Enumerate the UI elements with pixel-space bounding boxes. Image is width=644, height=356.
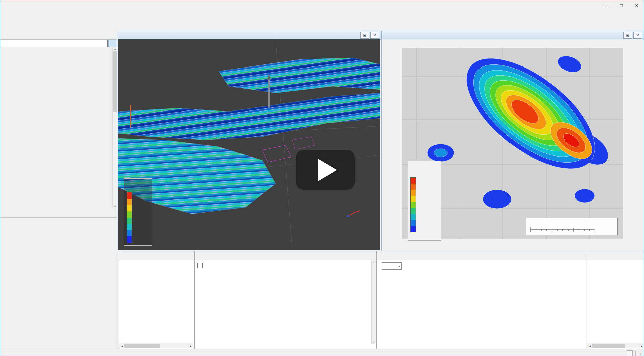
- contour-window-icon: [384, 33, 389, 38]
- menu-file[interactable]: [0, 14, 7, 15]
- fvf-chart: [378, 278, 479, 328]
- menu-view[interactable]: [14, 14, 20, 15]
- tree-search-row: [0, 39, 117, 47]
- view3d-close-button[interactable]: ✕: [370, 32, 379, 39]
- titlebar: — □ ✕: [0, 0, 644, 10]
- result-legend-3d: [124, 178, 152, 246]
- tree-search-input[interactable]: [1, 40, 108, 47]
- contour-map-viewport[interactable]: [382, 39, 643, 250]
- pvt-plot-panel: ▾: [377, 251, 586, 349]
- resize-grip[interactable]: ⋮⋮: [639, 351, 644, 355]
- relperm-chart: [205, 273, 305, 324]
- app-logo-icon: [3, 2, 9, 8]
- toolbar: [0, 18, 644, 30]
- search-clear-button[interactable]: [108, 40, 116, 47]
- view3d-titlebar[interactable]: ▣ ✕: [118, 31, 381, 40]
- statusbar: ⋮⋮: [0, 350, 644, 356]
- menu-windows[interactable]: [20, 14, 27, 15]
- left-tabbar: [0, 30, 117, 40]
- phase-select[interactable]: ▾: [382, 262, 402, 270]
- minimize-button[interactable]: —: [598, 0, 613, 10]
- map-scale-bar: [526, 218, 618, 235]
- contour-restore-button[interactable]: ▣: [623, 32, 632, 39]
- result-info-text: [121, 262, 192, 337]
- video-play-overlay[interactable]: [296, 150, 355, 190]
- view3d-restore-button[interactable]: ▣: [360, 32, 369, 39]
- view3d-window-icon: [120, 33, 125, 38]
- memory-used: [627, 350, 633, 356]
- legend-colorbar: [127, 192, 132, 243]
- project-tree: [0, 47, 112, 208]
- view3d-viewport[interactable]: [118, 39, 380, 250]
- messages-panel: ◂▸: [587, 251, 644, 349]
- tree-scrollbar[interactable]: ▴▾: [112, 47, 117, 208]
- contour-legend-colorbar: [410, 177, 416, 232]
- viscosity-chart: [482, 278, 583, 328]
- result-info-hscrollbar[interactable]: ◂▸: [119, 343, 193, 348]
- reservoir-3d-scene: [118, 39, 380, 250]
- play-icon: [318, 159, 337, 181]
- view3d-window: ▣ ✕: [118, 31, 381, 251]
- close-button[interactable]: ✕: [629, 0, 644, 10]
- phase-selector-row: ▾: [380, 262, 402, 270]
- result-info-panel: ◂▸: [119, 251, 194, 349]
- contour-titlebar[interactable]: ▣ ✕: [382, 31, 644, 40]
- show-curve-selection[interactable]: [197, 263, 204, 268]
- maximize-button[interactable]: □: [613, 0, 629, 10]
- messages-hscrollbar[interactable]: ◂▸: [587, 343, 644, 348]
- menu-edit[interactable]: [7, 14, 14, 15]
- contour-close-button[interactable]: ✕: [633, 32, 642, 39]
- menubar: [0, 10, 644, 18]
- relperm-vscrollbar[interactable]: ▴▾: [371, 260, 376, 344]
- property-editor-tabbar: [0, 208, 117, 218]
- contour-map-window: ▣ ✕: [381, 31, 644, 251]
- show-curve-selection-checkbox: [197, 263, 203, 268]
- menu-help[interactable]: [27, 14, 34, 15]
- property-editor-body: [0, 217, 117, 350]
- contour-legend: [408, 161, 441, 241]
- relperm-plot-panel: ▴▾: [194, 251, 377, 349]
